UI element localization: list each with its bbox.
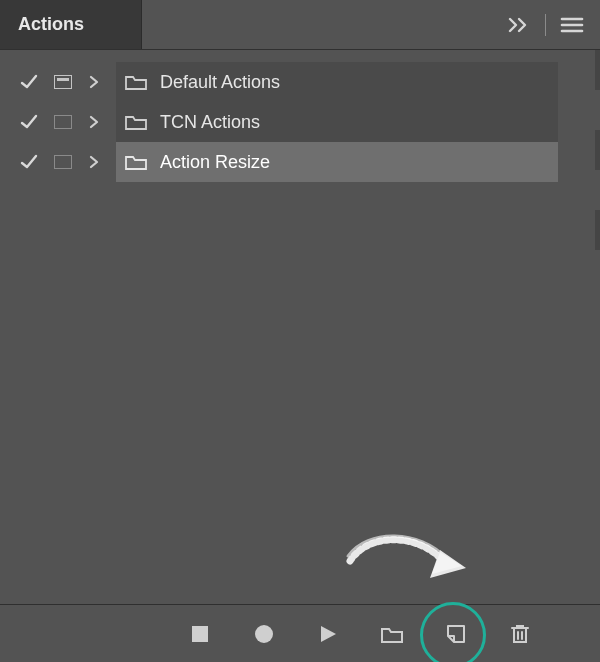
- annotation-arrow-icon: [340, 526, 480, 606]
- svg-rect-3: [192, 626, 208, 642]
- folder-icon: [124, 73, 148, 91]
- action-set-row[interactable]: Default Actions: [0, 62, 600, 102]
- action-set-row[interactable]: TCN Actions: [0, 102, 600, 142]
- chevron-right-icon[interactable]: [86, 74, 102, 90]
- action-set-name-cell[interactable]: Default Actions: [116, 62, 558, 102]
- action-set-row[interactable]: Action Resize: [0, 142, 600, 182]
- modal-dialog-toggle[interactable]: [52, 115, 74, 129]
- hamburger-menu-icon[interactable]: [560, 16, 584, 34]
- header-controls: [491, 0, 600, 49]
- check-icon[interactable]: [18, 153, 40, 171]
- delete-button[interactable]: [505, 619, 535, 649]
- action-set-label: Action Resize: [160, 152, 270, 173]
- check-icon[interactable]: [18, 113, 40, 131]
- dock-strip: [595, 210, 600, 250]
- check-icon[interactable]: [18, 73, 40, 91]
- action-set-name-cell[interactable]: Action Resize: [116, 142, 558, 182]
- svg-marker-5: [321, 626, 336, 642]
- stop-button[interactable]: [185, 619, 215, 649]
- action-set-name-cell[interactable]: TCN Actions: [116, 102, 558, 142]
- double-chevron-right-icon[interactable]: [507, 16, 531, 34]
- panel-header: Actions: [0, 0, 600, 50]
- svg-marker-7: [432, 552, 462, 574]
- new-action-set-button[interactable]: [377, 619, 407, 649]
- play-button[interactable]: [313, 619, 343, 649]
- folder-icon: [124, 113, 148, 131]
- action-set-label: Default Actions: [160, 72, 280, 93]
- record-button[interactable]: [249, 619, 279, 649]
- modal-dialog-toggle[interactable]: [52, 155, 74, 169]
- chevron-right-icon[interactable]: [86, 114, 102, 130]
- action-set-label: TCN Actions: [160, 112, 260, 133]
- dock-strip: [595, 50, 600, 90]
- dialog-box-icon: [54, 115, 72, 129]
- new-action-button[interactable]: [441, 619, 471, 649]
- dialog-box-icon: [54, 75, 72, 89]
- dock-strip: [595, 130, 600, 170]
- action-list: Default Actions TCN Actions: [0, 50, 600, 182]
- panel-footer: [0, 604, 600, 662]
- svg-marker-6: [430, 550, 466, 578]
- dialog-box-icon: [54, 155, 72, 169]
- folder-icon: [124, 153, 148, 171]
- header-separator: [545, 14, 546, 36]
- header-spacer: [142, 0, 491, 49]
- svg-point-4: [255, 625, 273, 643]
- panel-tab-actions[interactable]: Actions: [0, 0, 142, 49]
- panel-title: Actions: [18, 14, 84, 35]
- modal-dialog-toggle[interactable]: [52, 75, 74, 89]
- chevron-right-icon[interactable]: [86, 154, 102, 170]
